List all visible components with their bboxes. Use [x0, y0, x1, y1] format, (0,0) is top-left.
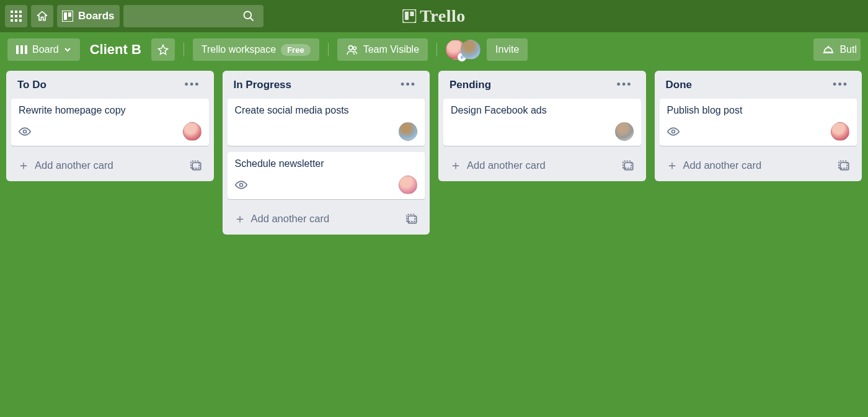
svg-rect-3	[11, 15, 13, 17]
card-title: Design Facebook ads	[451, 105, 634, 116]
svg-rect-6	[11, 19, 13, 22]
add-card-label: Add another card	[683, 159, 762, 171]
card-title: Rewrite homepage copy	[19, 105, 202, 116]
svg-line-13	[250, 18, 253, 21]
avatar[interactable]	[831, 122, 849, 141]
card[interactable]: Publish blog post	[660, 99, 857, 146]
add-card-label: Add another card	[467, 159, 546, 171]
card-footer	[235, 122, 418, 141]
svg-rect-4	[15, 15, 17, 17]
apps-button[interactable]	[5, 5, 27, 27]
svg-point-20	[348, 46, 352, 50]
avatar[interactable]	[615, 122, 634, 141]
search-icon	[242, 10, 255, 22]
svg-point-24	[24, 130, 27, 133]
list-menu-button[interactable]: •••	[614, 78, 635, 91]
list-menu-button[interactable]: •••	[830, 78, 851, 91]
workspace-plan-pill: Free	[281, 44, 310, 56]
list-title[interactable]: Done	[666, 79, 693, 91]
visibility-button[interactable]: Team Visible	[337, 38, 428, 61]
card[interactable]: Rewrite homepage copy	[11, 99, 209, 146]
add-card-label: Add another card	[35, 159, 113, 171]
search-input[interactable]	[123, 5, 264, 27]
board-lists: To Do•••Rewrite homepage copy＋Add anothe…	[0, 67, 868, 235]
butler-icon	[822, 45, 835, 55]
top-nav: Boards Trello	[0, 0, 868, 32]
card-footer	[667, 122, 850, 141]
svg-point-32	[671, 130, 675, 133]
svg-rect-22	[823, 52, 834, 53]
add-card-button[interactable]: ＋Add another card	[11, 152, 209, 176]
home-icon	[36, 10, 48, 22]
svg-rect-19	[25, 45, 27, 54]
star-icon	[157, 44, 169, 55]
card-title: Schedule newsletter	[235, 158, 418, 169]
list-title[interactable]: In Progress	[234, 79, 292, 91]
member-avatars[interactable]: ≡	[446, 40, 480, 60]
svg-rect-8	[19, 19, 22, 22]
template-icon[interactable]	[406, 213, 418, 225]
svg-point-12	[244, 12, 251, 19]
board-view-button[interactable]: Board	[7, 38, 80, 61]
list-title[interactable]: To Do	[17, 79, 46, 91]
list: In Progress•••Create social media postsS…	[223, 71, 430, 235]
board-title[interactable]: Client B	[86, 42, 145, 58]
boards-label: Boards	[78, 10, 115, 22]
list-menu-button[interactable]: •••	[182, 78, 203, 91]
list-header: Done•••	[660, 77, 857, 92]
logo[interactable]: Trello	[402, 6, 466, 26]
card[interactable]: Design Facebook ads	[443, 99, 641, 146]
card-title: Create social media posts	[235, 105, 418, 116]
list-title[interactable]: Pending	[450, 79, 491, 91]
svg-rect-11	[68, 12, 71, 17]
plus-icon: ＋	[234, 210, 246, 227]
divider	[184, 43, 184, 56]
plus-icon: ＋	[666, 157, 678, 174]
add-card-button[interactable]: ＋Add another card	[443, 152, 641, 176]
svg-rect-18	[20, 45, 23, 54]
apps-icon	[11, 11, 22, 22]
card[interactable]: Create social media posts	[228, 99, 425, 146]
avatar[interactable]	[461, 40, 480, 60]
add-card-button[interactable]: ＋Add another card	[660, 152, 857, 176]
team-icon	[346, 45, 358, 55]
list-menu-button[interactable]: •••	[398, 78, 418, 91]
trello-logo-icon	[402, 9, 416, 23]
logo-text: Trello	[420, 6, 466, 26]
add-card-button[interactable]: ＋Add another card	[228, 205, 425, 230]
svg-rect-5	[19, 15, 22, 17]
invite-button[interactable]: Invite	[487, 38, 528, 61]
card-footer	[235, 176, 418, 194]
svg-rect-7	[15, 19, 17, 22]
chevron-down-icon	[64, 46, 71, 53]
home-button[interactable]	[31, 5, 53, 27]
list: To Do•••Rewrite homepage copy＋Add anothe…	[6, 71, 214, 181]
list-header: Pending•••	[443, 77, 641, 92]
avatar[interactable]	[399, 176, 417, 194]
avatar[interactable]	[183, 122, 202, 141]
list: Done•••Publish blog post＋Add another car…	[655, 71, 862, 181]
svg-point-27	[239, 184, 242, 187]
avatar[interactable]	[399, 122, 417, 141]
boards-button[interactable]: Boards	[57, 5, 120, 27]
svg-rect-10	[64, 12, 67, 20]
board-view-label: Board	[32, 44, 59, 55]
card-footer	[451, 122, 634, 141]
watch-icon	[235, 181, 247, 189]
template-icon[interactable]	[838, 160, 851, 171]
divider	[328, 43, 329, 56]
list-header: To Do•••	[11, 77, 209, 92]
invite-label: Invite	[495, 44, 519, 55]
template-icon[interactable]	[622, 160, 635, 171]
butler-button[interactable]: Butl	[813, 38, 861, 61]
svg-point-21	[353, 47, 356, 50]
watch-icon	[667, 127, 680, 136]
star-button[interactable]	[151, 38, 175, 61]
workspace-label: Trello workspace	[202, 44, 276, 55]
workspace-button[interactable]: Trello workspace Free	[193, 38, 319, 61]
card[interactable]: Schedule newsletter	[228, 152, 425, 199]
board-bar: Board Client B Trello workspace Free Tea…	[0, 32, 868, 67]
plus-icon: ＋	[450, 157, 462, 174]
template-icon[interactable]	[190, 160, 203, 171]
butler-label: Butl	[839, 44, 857, 55]
